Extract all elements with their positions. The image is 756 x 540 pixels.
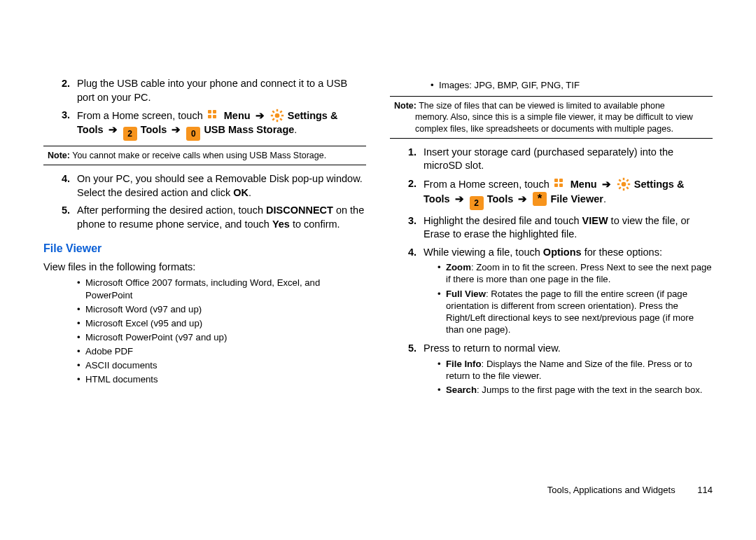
two-column-layout: 2. Plug the USB cable into your phone an…	[43, 77, 713, 402]
menu-grid-icon	[553, 177, 567, 191]
text: After performing the desired action, tou…	[77, 205, 266, 216]
arrow-icon: ➔	[600, 179, 613, 190]
note-body-cont: memory. Also, since this is a simple fil…	[394, 111, 708, 134]
svg-line-5	[272, 111, 274, 113]
text: : Zoom in to fit the screen. Press Next …	[446, 262, 712, 284]
text: On your PC, you should see a Removable D…	[77, 173, 363, 198]
list-item: 3. From a Home screen, touch Menu ➔ Sett…	[43, 109, 366, 141]
step-text: After performing the desired action, tou…	[77, 204, 366, 231]
zero-key-icon: 0	[186, 127, 200, 141]
note-lead: Note:	[48, 151, 70, 160]
text: From a Home screen, touch	[77, 110, 206, 121]
arrow-icon: ➔	[453, 193, 466, 205]
menu-grid-icon	[206, 109, 220, 123]
usb-mass-storage-label: USB Mass Storage	[204, 124, 294, 135]
gear-icon	[270, 109, 284, 123]
text: : Displays the Name and Size of the file…	[446, 359, 692, 381]
svg-line-17	[626, 179, 629, 181]
step-text: From a Home screen, touch Menu ➔ Setting…	[77, 109, 366, 141]
formats-list-cont: Images: JPG, BMP, GIF, PNG, TIF	[390, 79, 713, 91]
arrow-icon: ➔	[169, 124, 183, 135]
step-number: 2.	[43, 77, 77, 104]
text: Press to return to normal view.	[424, 342, 561, 354]
file-info-label: File Info	[446, 359, 482, 369]
section-heading: File Viewer	[43, 241, 366, 256]
arrow-icon: ➔	[106, 124, 120, 135]
two-key-icon: 2	[123, 127, 137, 141]
text: : Jumps to the first page with the text …	[477, 385, 703, 395]
step-text: Insert your storage card (purchased sepa…	[424, 146, 713, 173]
step-number: 2.	[390, 177, 424, 210]
list-item: Microsoft PowerPoint (v97 and up)	[77, 331, 366, 343]
zoom-label: Zoom	[446, 262, 471, 272]
step-number: 5.	[390, 342, 424, 398]
options-label: Options	[543, 247, 582, 258]
note-lead: Note:	[394, 101, 416, 111]
step-text: Highlight the desired file and touch VIE…	[424, 214, 713, 242]
list-item: Microsoft Excel (v95 and up)	[77, 317, 366, 329]
footer-section: Tools, Applications and Widgets	[547, 485, 676, 495]
list-item: Search: Jumps to the first page with the…	[438, 384, 713, 396]
step-number: 4.	[390, 246, 424, 338]
text: Highlight the desired file and touch	[424, 215, 582, 226]
formats-list: Microsoft Office 2007 formats, including…	[43, 277, 366, 385]
page-footer: Tools, Applications and Widgets 114	[547, 484, 713, 497]
svg-line-7	[272, 118, 274, 120]
svg-line-6	[280, 118, 282, 120]
menu-label: Menu	[570, 179, 597, 190]
list-item: 3. Highlight the desired file and touch …	[390, 214, 713, 242]
list-item: 2. From a Home screen, touch Menu ➔ Sett…	[390, 177, 713, 210]
tools-label: Tools	[487, 193, 514, 205]
star-key-icon: *	[533, 192, 547, 206]
view-label: VIEW	[582, 215, 608, 226]
svg-line-15	[626, 187, 629, 189]
svg-point-0	[274, 113, 279, 118]
step-text: On your PC, you should see a Removable D…	[77, 172, 366, 200]
lead-text: View files in the following formats:	[43, 261, 366, 275]
options-list: Zoom: Zoom in to fit the screen. Press N…	[424, 261, 713, 335]
list-item: 2. Plug the USB cable into your phone an…	[43, 77, 366, 104]
file-viewer-label: File Viewer	[550, 193, 603, 205]
step-number: 4.	[43, 172, 77, 200]
step-number: 1.	[390, 146, 424, 173]
list-item: Full View: Rotates the page to fill the …	[438, 288, 713, 336]
svg-line-14	[619, 179, 621, 181]
arrow-icon: ➔	[253, 110, 267, 121]
disconnect-label: DISCONNECT	[266, 205, 333, 216]
manual-page: 2. Plug the USB cable into your phone an…	[0, 0, 756, 540]
text: While viewing a file, touch	[424, 247, 543, 258]
page-number: 114	[697, 484, 713, 497]
list-item: 1. Insert your storage card (purchased s…	[390, 146, 713, 173]
left-column: 2. Plug the USB cable into your phone an…	[43, 77, 366, 402]
options-list: File Info: Displays the Name and Size of…	[424, 358, 713, 396]
right-column: Images: JPG, BMP, GIF, PNG, TIF Note: Th…	[390, 77, 713, 402]
list-item: 4. On your PC, you should see a Removabl…	[43, 172, 366, 200]
list-item: HTML documents	[77, 373, 366, 385]
two-key-icon: 2	[470, 196, 484, 210]
arrow-icon: ➔	[516, 193, 529, 205]
list-item: Microsoft Office 2007 formats, including…	[77, 277, 366, 300]
note-box: Note: You cannot make or receive calls w…	[43, 146, 366, 165]
text: to confirm.	[290, 219, 340, 230]
tools-label: Tools	[141, 124, 167, 135]
note-body: You cannot make or receive calls when us…	[72, 151, 326, 160]
search-label: Search	[446, 385, 477, 395]
menu-label: Menu	[224, 110, 251, 121]
svg-line-8	[280, 111, 282, 113]
svg-text:*: *	[538, 192, 542, 205]
list-item: Images: JPG, BMP, GIF, PNG, TIF	[430, 79, 713, 91]
gear-icon	[617, 177, 631, 191]
note-body: The size of files that can be viewed is …	[419, 101, 665, 111]
full-view-label: Full View	[446, 289, 486, 299]
step-number: 3.	[43, 109, 77, 141]
text: From a Home screen, touch	[424, 179, 552, 190]
text: for these options:	[582, 247, 662, 258]
list-item: File Info: Displays the Name and Size of…	[438, 358, 713, 382]
step-text: From a Home screen, touch Menu ➔ Setting…	[424, 177, 713, 210]
step-number: 5.	[43, 204, 77, 231]
list-item: 5. Press to return to normal view. File …	[390, 342, 713, 398]
note-box: Note: The size of files that can be view…	[390, 96, 713, 139]
list-item: ASCII documents	[77, 359, 366, 371]
ok-label: OK	[233, 187, 248, 198]
list-item: Zoom: Zoom in to fit the screen. Press N…	[438, 261, 713, 285]
